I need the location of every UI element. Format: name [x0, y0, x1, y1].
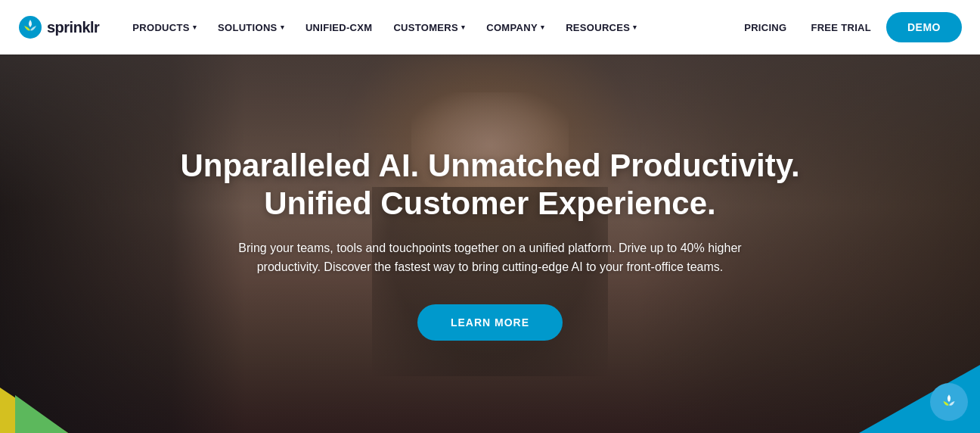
hero-subtitle: Bring your teams, tools and touchpoints … [233, 238, 747, 277]
sprinklr-floating-icon[interactable] [930, 383, 968, 421]
hero-title: Unparalleled AI. Unmatched Productivity.… [180, 147, 799, 223]
chevron-down-icon: ▾ [281, 23, 284, 31]
chevron-down-icon: ▾ [633, 23, 637, 31]
corner-decoration-right [844, 357, 980, 433]
navbar: sprinklr PRODUCTS ▾ SOLUTIONS ▾ UNIFIED-… [0, 0, 980, 55]
nav-item-unified-cxm[interactable]: UNIFIED-CXM [296, 16, 382, 39]
nav-item-solutions[interactable]: SOLUTIONS ▾ [209, 16, 293, 39]
nav-right-actions: PRICING FREE TRIAL DEMO [735, 12, 962, 42]
chevron-down-icon: ▾ [193, 23, 197, 31]
hero-section: Unparalleled AI. Unmatched Productivity.… [0, 55, 980, 433]
nav-menu: PRODUCTS ▾ SOLUTIONS ▾ UNIFIED-CXM CUSTO… [123, 16, 735, 39]
corner-decoration-left [0, 372, 91, 433]
pricing-link[interactable]: PRICING [735, 16, 795, 39]
logo[interactable]: sprinklr [18, 15, 99, 39]
chevron-down-icon: ▾ [541, 23, 544, 31]
nav-item-products[interactable]: PRODUCTS ▾ [123, 16, 206, 39]
leaf-icon [939, 392, 959, 412]
logo-text: sprinklr [47, 19, 99, 36]
nav-item-resources[interactable]: RESOURCES ▾ [557, 16, 646, 39]
nav-item-company[interactable]: COMPANY ▾ [477, 16, 554, 39]
green-corner-shape [15, 395, 68, 433]
chevron-down-icon: ▾ [461, 23, 465, 31]
hero-content: Unparalleled AI. Unmatched Productivity.… [0, 55, 980, 433]
nav-item-customers[interactable]: CUSTOMERS ▾ [384, 16, 474, 39]
demo-button[interactable]: DEMO [886, 12, 962, 42]
sprinklr-logo-icon [18, 15, 42, 39]
free-trial-link[interactable]: FREE TRIAL [802, 16, 880, 39]
hero-cta-button[interactable]: LEARN MORE [417, 304, 563, 341]
